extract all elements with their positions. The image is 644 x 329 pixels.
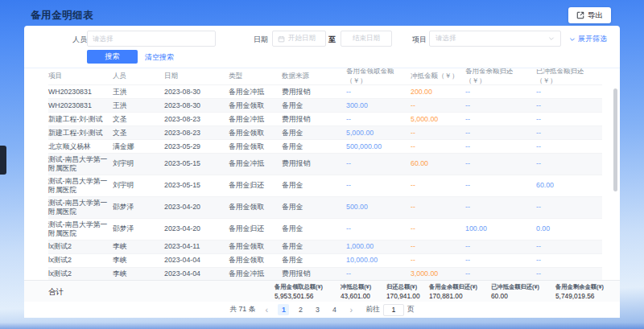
column-header: 已冲抵金额归还（￥） xyxy=(536,67,602,86)
table-cell: 备用金 xyxy=(282,223,346,235)
date-end-placeholder: 结束日期 xyxy=(353,34,380,43)
table-cell-amount: -- xyxy=(536,241,602,253)
column-header: 备用金领取金额（￥） xyxy=(346,67,411,86)
export-icon xyxy=(576,11,584,19)
table-row[interactable]: 新建工程-刘-测试文圣2023-08-23备用金冲抵费用报销--5,000.00… xyxy=(48,113,602,126)
pagination-total-count: 共 71 条 xyxy=(229,305,255,315)
table-cell-amount: -- xyxy=(536,201,602,213)
table-cell: 王洪 xyxy=(113,100,164,112)
summary-item-value: 170,881.00 xyxy=(429,292,477,300)
table-row[interactable]: lx测试2李峡2023-04-04备用金领取备用金10,000.00------ xyxy=(48,254,602,268)
date-separator: 至 xyxy=(328,35,336,45)
date-start-input[interactable]: 开始日期 xyxy=(272,31,326,47)
table-cell: 2023-05-29 xyxy=(164,141,229,153)
table-cell: 费用报销 xyxy=(282,158,346,170)
table-cell: 备用金归还 xyxy=(229,223,282,235)
table-cell: 2023-04-20 xyxy=(164,201,229,213)
project-filter-select[interactable]: 请选择 xyxy=(429,31,561,47)
content-card: 人员 日期 开始日期 至 结束日期 项目 请选择 展开筛选 xyxy=(24,26,620,318)
table-cell: 刘宇明 xyxy=(113,179,164,191)
table-cell: 备用金冲抵 xyxy=(229,86,282,98)
table-body: WH20230831王洪2023-08-30备用金冲抵费用报销--200.00-… xyxy=(48,85,602,282)
summary-item-value: 43,601.00 xyxy=(341,292,371,300)
table-cell-amount: -- xyxy=(536,268,602,280)
summary-item: 冲抵总额(¥)43,601.00 xyxy=(341,283,371,300)
expand-filter-label: 展开筛选 xyxy=(578,34,607,44)
table-scrollbar[interactable] xyxy=(613,88,617,191)
summary-total-label: 合计 xyxy=(48,287,64,298)
table-cell: 备用金 xyxy=(282,127,346,139)
summary-row: 合计 备用金领取总额(¥)5,953,501.56冲抵总额(¥)43,601.0… xyxy=(24,280,620,302)
table-cell: 备用金 xyxy=(282,100,346,112)
side-drawer-handle[interactable] xyxy=(0,146,6,175)
table-cell-amount: -- xyxy=(536,158,602,170)
date-filter-label: 日期 xyxy=(254,35,268,45)
table-row[interactable]: 北京顺义杨林满金娜2023-05-29备用金领取备用金500,000.00---… xyxy=(48,140,602,154)
table-row[interactable]: lx测试2李峡2023-04-11备用金领取备用金1,000.00------ xyxy=(48,241,602,254)
table-cell: 测试-南昌大学第一附属医院 xyxy=(48,219,113,240)
table-cell-amount: -- xyxy=(465,100,536,112)
summary-item: 备用金余额归还(¥)170,881.00 xyxy=(429,283,477,300)
table-cell: 备用金冲抵 xyxy=(229,158,282,170)
table-cell: 2023-04-20 xyxy=(164,223,229,235)
chevron-down-icon xyxy=(548,35,555,42)
table-row[interactable]: 测试-南昌大学第一附属医院邵梦泽2023-04-20备用金归还备用金----10… xyxy=(48,219,602,241)
table-cell: 备用金 xyxy=(282,179,346,191)
table-cell: 备用金领取 xyxy=(229,141,282,153)
next-page-button[interactable]: › xyxy=(345,304,357,315)
export-button[interactable]: 导出 xyxy=(568,7,611,23)
table-cell-amount: 300.00 xyxy=(346,100,411,112)
table-row[interactable]: 测试-南昌大学第一附属医院刘宇明2023-05-15备用金归还备用金------… xyxy=(48,175,602,197)
page-button-1[interactable]: 1 xyxy=(278,304,289,315)
summary-item-label: 备用金领取总额(¥) xyxy=(275,283,323,291)
table-cell-amount: -- xyxy=(411,141,465,153)
table-cell: 备用金领取 xyxy=(229,127,282,139)
page-title: 备用金明细表 xyxy=(31,9,93,23)
table-cell: 测试-南昌大学第一附属医院 xyxy=(48,197,113,218)
table-row[interactable]: 测试-南昌大学第一附属医院邵梦泽2023-04-20备用金领取备用金500.00… xyxy=(48,197,602,219)
table-cell-amount: -- xyxy=(536,254,602,266)
table-cell-amount: -- xyxy=(465,127,536,139)
table-cell-amount: -- xyxy=(465,241,536,253)
table-cell-amount: -- xyxy=(411,241,465,253)
date-end-input[interactable]: 结束日期 xyxy=(341,31,392,47)
table-cell-amount: -- xyxy=(465,158,536,170)
table-row[interactable]: 测试-南昌大学第一附属医院刘宇明2023-05-15备用金冲抵费用报销--60.… xyxy=(48,154,602,175)
summary-item: 归还总额(¥)170,941.00 xyxy=(386,283,420,300)
search-button[interactable]: 搜索 xyxy=(87,50,138,64)
expand-filter-link[interactable]: 展开筛选 xyxy=(569,34,607,44)
summary-item-value: 5,749,019.56 xyxy=(555,292,604,300)
person-filter-input[interactable] xyxy=(87,31,216,47)
chevron-down-icon xyxy=(569,36,576,43)
table-cell: 备用金 xyxy=(282,254,346,266)
table-cell: 北京顺义杨林 xyxy=(48,141,113,153)
export-button-label: 导出 xyxy=(588,10,603,21)
table-cell: 2023-05-15 xyxy=(164,158,229,170)
summary-item: 备用金领取总额(¥)5,953,501.56 xyxy=(275,283,323,300)
goto-page-input[interactable] xyxy=(383,304,404,316)
column-header: 数据来源 xyxy=(282,72,346,81)
table-row[interactable]: WH20230831王洪2023-08-30备用金冲抵费用报销--200.00-… xyxy=(48,85,602,99)
clear-search-button[interactable]: 清空搜索 xyxy=(145,52,174,63)
page-button-2[interactable]: 2 xyxy=(295,304,306,315)
table-cell: 测试-南昌大学第一附属医院 xyxy=(48,175,113,196)
table-cell: 李峡 xyxy=(113,241,164,253)
table-cell: 新建工程-刘-测试 xyxy=(48,113,113,125)
project-filter-label: 项目 xyxy=(412,35,427,45)
summary-item-value: 60.00 xyxy=(491,292,539,300)
table-cell: 备用金领取 xyxy=(229,201,282,213)
page-button-3[interactable]: 3 xyxy=(312,304,323,315)
person-filter-label: 人员 xyxy=(72,35,87,45)
column-header: 备用金余额归还（￥） xyxy=(465,67,536,86)
table-row[interactable]: WH20230831王洪2023-08-30备用金领取备用金300.00----… xyxy=(48,99,602,113)
table-cell-amount: -- xyxy=(536,127,602,139)
table-cell: 2023-08-30 xyxy=(164,100,229,112)
summary-item-label: 备用金剩余金额(¥) xyxy=(555,283,604,291)
prev-page-button[interactable]: ‹ xyxy=(261,304,272,315)
table-cell: 2023-08-30 xyxy=(164,86,229,98)
table-cell: 费用报销 xyxy=(282,113,346,125)
table-row[interactable]: 新建工程-刘-测试文圣2023-08-23备用金领取备用金5,000.00---… xyxy=(48,126,602,140)
page-button-4[interactable]: 4 xyxy=(328,304,340,315)
table-header-row: 项目人员日期类型数据来源备用金领取金额（￥）冲抵金额（￥）备用金余额归还（￥）已… xyxy=(48,68,602,85)
goto-page-unit: 页 xyxy=(407,305,415,315)
